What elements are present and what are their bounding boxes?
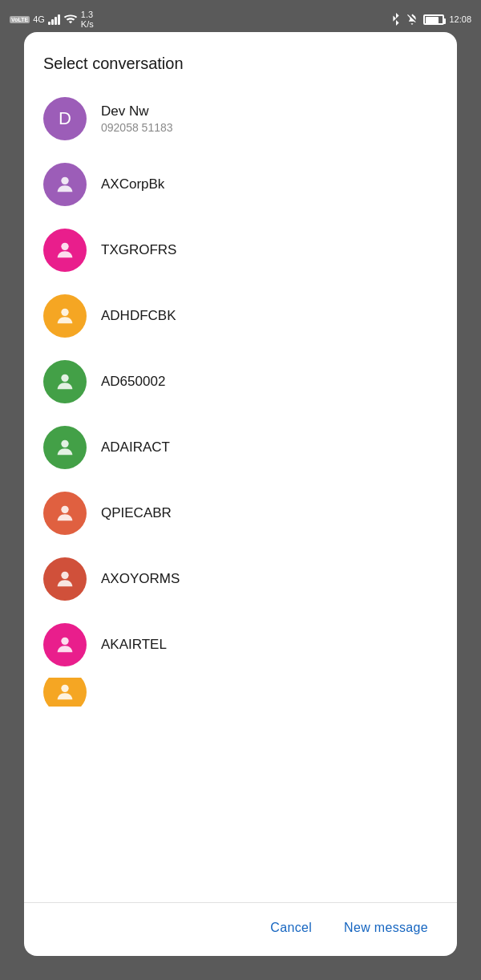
avatar [43,426,87,469]
svg-point-1 [61,243,68,250]
contact-phone: 092058 51183 [101,121,173,134]
speed-indicator: 1.3K/s [81,10,94,29]
list-item[interactable]: AXCorpBk [24,152,457,217]
contact-info: AXOYORMS [101,571,180,587]
list-item[interactable] [24,678,457,707]
contact-info: TXGROFRS [101,242,176,258]
person-icon [54,436,76,459]
select-conversation-dialog: Select conversation D Dev Nw 092058 5118… [24,32,457,956]
avatar [43,294,87,338]
person-icon [54,568,76,590]
wifi-icon [63,14,78,25]
contact-name: AD650002 [101,374,165,390]
list-item[interactable]: AD650002 [24,349,457,415]
list-item[interactable]: QPIECABR [24,480,457,546]
dialog-title: Select conversation [24,32,457,86]
status-bar-left: VoLTE 4G 1.3K/s [10,10,94,29]
person-icon [54,239,76,261]
time-display: 12:08 [449,14,471,24]
svg-point-0 [61,177,68,184]
cancel-button[interactable]: Cancel [257,913,325,943]
signal-bars [48,14,60,25]
contact-name: Dev Nw [101,103,173,119]
notification-icon [406,13,418,26]
contact-name: ADHDFCBK [101,308,176,324]
list-item[interactable]: ADHDFCBK [24,283,457,349]
svg-point-2 [61,309,68,316]
avatar [43,360,87,403]
battery-indicator [423,14,444,25]
avatar [43,163,87,206]
contact-name: AXCorpBk [101,176,164,192]
avatar [43,623,87,666]
person-icon [54,634,76,656]
contact-info: ADHDFCBK [101,308,176,324]
avatar [43,492,87,535]
avatar [43,678,87,707]
person-icon [54,305,76,327]
avatar [43,557,87,601]
contact-name: AXOYORMS [101,571,180,587]
contact-name: AKAIRTEL [101,637,167,653]
contact-info: QPIECABR [101,505,172,521]
list-item[interactable]: AKAIRTEL [24,612,457,678]
network-type: 4G [33,14,45,24]
person-icon [54,681,76,703]
contact-name: ADAIRACT [101,439,170,456]
avatar: D [43,97,87,140]
svg-point-3 [61,375,68,382]
dialog-footer: Cancel New message [24,902,457,956]
svg-point-7 [61,638,68,645]
person-icon [54,173,76,196]
person-icon [54,371,76,393]
bluetooth-icon [391,12,401,26]
avatar [43,229,87,272]
contact-info: Dev Nw 092058 51183 [101,103,173,134]
svg-point-5 [61,506,68,513]
contact-name: TXGROFRS [101,242,176,258]
list-item[interactable]: D Dev Nw 092058 51183 [24,86,457,152]
contact-name: QPIECABR [101,505,172,521]
list-item[interactable]: ADAIRACT [24,415,457,480]
list-item[interactable]: AXOYORMS [24,546,457,612]
status-bar-right: 12:08 [391,12,471,26]
contact-info: AD650002 [101,374,165,390]
svg-point-8 [61,685,68,692]
svg-point-4 [61,440,68,447]
svg-point-6 [61,572,68,579]
contact-info: ADAIRACT [101,439,170,456]
contact-info: AKAIRTEL [101,637,167,653]
conversation-list: D Dev Nw 092058 51183 AXCorpBk [24,86,457,902]
new-message-button[interactable]: New message [331,913,441,943]
list-item[interactable]: TXGROFRS [24,217,457,283]
volte-badge: VoLTE [10,16,30,23]
person-icon [54,502,76,524]
contact-info: AXCorpBk [101,176,164,192]
